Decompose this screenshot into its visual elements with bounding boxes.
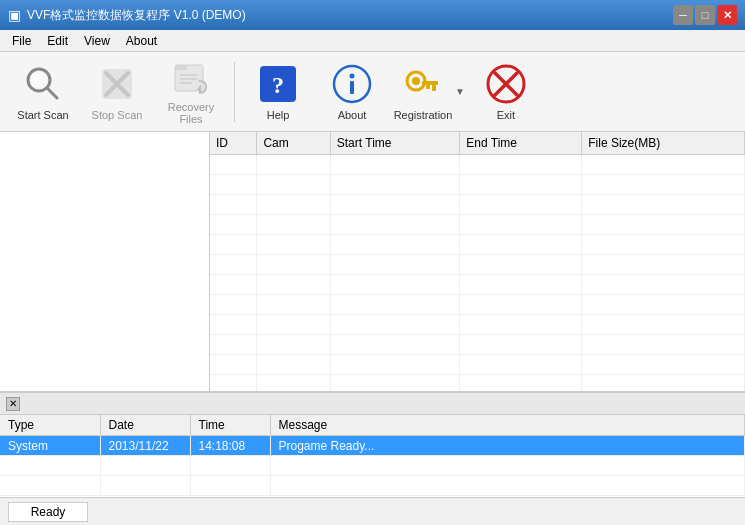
app-title: VVF格式监控数据恢复程序 V1.0 (DEMO) xyxy=(27,7,246,24)
svg-point-3 xyxy=(33,74,41,82)
registration-button[interactable]: Registration xyxy=(391,57,455,127)
start-scan-label: Start Scan xyxy=(17,109,68,121)
file-table-row[interactable] xyxy=(210,234,745,254)
menu-view[interactable]: View xyxy=(76,32,118,50)
log-table-row[interactable] xyxy=(0,476,745,496)
title-bar: ▣ VVF格式监控数据恢复程序 V1.0 (DEMO) ─ □ ✕ xyxy=(0,0,745,30)
start-scan-button[interactable]: Start Scan xyxy=(8,57,78,127)
file-table-row[interactable] xyxy=(210,274,745,294)
file-table-row[interactable] xyxy=(210,174,745,194)
menu-about[interactable]: About xyxy=(118,32,165,50)
lower-area: ✕ Type Date Time Message System2013/11/2… xyxy=(0,392,745,497)
svg-point-19 xyxy=(412,77,420,85)
log-col-time: Time xyxy=(190,415,270,436)
maximize-button[interactable]: □ xyxy=(695,5,715,25)
col-cam: Cam xyxy=(257,132,330,154)
file-table-row[interactable] xyxy=(210,314,745,334)
registration-icon xyxy=(402,63,444,105)
start-scan-icon xyxy=(22,63,64,105)
file-table-body xyxy=(210,154,745,391)
svg-text:?: ? xyxy=(272,72,284,98)
title-bar-left: ▣ VVF格式监控数据恢复程序 V1.0 (DEMO) xyxy=(8,7,246,24)
recovery-icon xyxy=(170,59,212,97)
file-table-row[interactable] xyxy=(210,374,745,391)
log-header: ✕ xyxy=(0,393,745,415)
toolbar-separator xyxy=(234,62,235,122)
registration-wrapper: Registration ▼ xyxy=(391,57,467,127)
col-start-time: Start Time xyxy=(330,132,460,154)
log-col-message: Message xyxy=(270,415,745,436)
help-button[interactable]: ? Help xyxy=(243,57,313,127)
file-table-row[interactable] xyxy=(210,214,745,234)
col-end-time: End Time xyxy=(460,132,582,154)
toolbar: Start Scan Stop Scan Recovery Fil xyxy=(0,52,745,132)
left-panel xyxy=(0,132,210,391)
exit-label: Exit xyxy=(497,109,515,121)
help-label: Help xyxy=(267,109,290,121)
menu-edit[interactable]: Edit xyxy=(39,32,76,50)
log-table: Type Date Time Message System2013/11/221… xyxy=(0,415,745,496)
stop-scan-icon xyxy=(96,63,138,105)
status-bar: Ready xyxy=(0,497,745,525)
svg-line-2 xyxy=(47,88,57,98)
stop-scan-button[interactable]: Stop Scan xyxy=(82,57,152,127)
main-area: ID Cam Start Time End Time File Size(MB) xyxy=(0,132,745,392)
app-icon: ▣ xyxy=(8,7,21,23)
log-col-date: Date xyxy=(100,415,190,436)
about-button[interactable]: About xyxy=(317,57,387,127)
recovery-label: Recovery Files xyxy=(160,101,222,125)
registration-dropdown-arrow[interactable]: ▼ xyxy=(453,84,467,99)
title-bar-controls: ─ □ ✕ xyxy=(673,5,737,25)
file-table-row[interactable] xyxy=(210,154,745,174)
file-table: ID Cam Start Time End Time File Size(MB) xyxy=(210,132,745,391)
svg-rect-21 xyxy=(432,85,436,91)
help-icon: ? xyxy=(257,63,299,105)
file-table-row[interactable] xyxy=(210,334,745,354)
stop-scan-label: Stop Scan xyxy=(92,109,143,121)
col-filesize: File Size(MB) xyxy=(582,132,745,154)
about-icon xyxy=(331,63,373,105)
log-area: ✕ Type Date Time Message System2013/11/2… xyxy=(0,392,745,497)
col-id: ID xyxy=(210,132,257,154)
log-table-row[interactable] xyxy=(0,456,745,476)
log-close-button[interactable]: ✕ xyxy=(6,397,20,411)
exit-icon xyxy=(485,63,527,105)
file-table-area[interactable]: ID Cam Start Time End Time File Size(MB) xyxy=(210,132,745,391)
about-label: About xyxy=(338,109,367,121)
svg-point-16 xyxy=(350,73,355,78)
menu-file[interactable]: File xyxy=(4,32,39,50)
file-table-row[interactable] xyxy=(210,254,745,274)
close-button[interactable]: ✕ xyxy=(717,5,737,25)
registration-label: Registration xyxy=(394,109,453,121)
log-table-row[interactable]: System2013/11/2214:18:08Progame Ready... xyxy=(0,436,745,456)
file-table-row[interactable] xyxy=(210,294,745,314)
minimize-button[interactable]: ─ xyxy=(673,5,693,25)
svg-rect-8 xyxy=(175,65,187,70)
log-close-icon: ✕ xyxy=(9,398,17,409)
status-text: Ready xyxy=(8,502,88,522)
svg-rect-17 xyxy=(350,81,354,94)
recovery-files-button[interactable]: Recovery Files xyxy=(156,57,226,127)
svg-rect-22 xyxy=(426,85,430,89)
log-col-type: Type xyxy=(0,415,100,436)
exit-button[interactable]: Exit xyxy=(471,57,541,127)
file-table-row[interactable] xyxy=(210,194,745,214)
menu-bar: File Edit View About xyxy=(0,30,745,52)
log-table-body: System2013/11/2214:18:08Progame Ready... xyxy=(0,436,745,496)
file-table-row[interactable] xyxy=(210,354,745,374)
svg-rect-20 xyxy=(422,81,438,85)
